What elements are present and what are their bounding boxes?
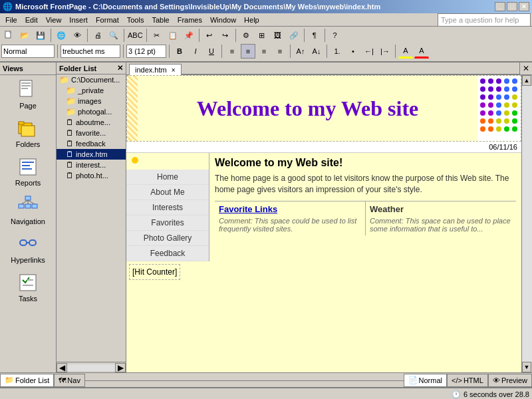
maximize-button[interactable]: □ [507, 2, 517, 11]
view-folders[interactable]: Folders [0, 114, 56, 152]
menu-tools[interactable]: Tools [123, 15, 148, 25]
insert-table-button[interactable]: ⊞ [255, 28, 269, 43]
folder-private[interactable]: 📁 _private [57, 85, 126, 96]
paste-button[interactable]: 📌 [182, 28, 196, 43]
undo-button[interactable]: ↩ [202, 28, 217, 43]
decrease-font-button[interactable]: A↓ [309, 44, 324, 59]
preview-button[interactable]: 👁 [70, 28, 84, 43]
scroll-right-btn[interactable]: ▶ [115, 363, 126, 372]
view-hyperlinks[interactable]: Hyperlinks [0, 229, 56, 268]
editor-close-button[interactable]: ✕ [519, 63, 532, 74]
close-button[interactable]: ✕ [519, 2, 529, 11]
numbered-list-button[interactable]: 1. [330, 44, 344, 59]
scroll-up-btn[interactable]: ▲ [522, 75, 531, 86]
bottom-tab-normal[interactable]: 📄 Normal [404, 374, 447, 387]
menu-format[interactable]: Format [92, 15, 123, 25]
decrease-indent-button[interactable]: ←| [362, 44, 376, 59]
window-controls[interactable]: _ □ ✕ [495, 2, 529, 11]
align-justify-button[interactable]: ≡ [273, 44, 287, 59]
tab-indexhtm[interactable]: index.htm × [129, 64, 182, 75]
svg-rect-14 [25, 204, 31, 208]
bottom-tab-nav[interactable]: 🗺 Nav [54, 374, 85, 387]
file-favorite[interactable]: 🗒 favorite... [57, 128, 126, 138]
normal-tab-label: Normal [419, 376, 442, 384]
insert-image-button[interactable]: 🖼 [271, 28, 285, 43]
style-dropdown[interactable] [1, 45, 55, 58]
align-center-button[interactable]: ≡ [241, 44, 255, 59]
folder-list-label: Folder List [59, 65, 96, 72]
tasks-icon [17, 272, 39, 293]
right-content: Welcome to my Web site! The home page is… [209, 153, 521, 261]
editor-vscrollbar[interactable]: ▲ ▼ [521, 75, 532, 372]
view-navigation[interactable]: Navigation [0, 191, 56, 229]
folder-photogal[interactable]: 📁 photogal... [57, 106, 126, 117]
folder-root[interactable]: 📁 C:\Document... [57, 74, 126, 85]
increase-indent-button[interactable]: |→ [378, 44, 392, 59]
fmt-separator-4 [221, 45, 222, 58]
file-interest[interactable]: 🗒 interest... [57, 160, 126, 170]
save-button[interactable]: 💾 [33, 28, 48, 43]
tab-close-button[interactable]: × [172, 66, 176, 74]
new-button[interactable] [1, 28, 16, 43]
folder-close-button[interactable]: ✕ [117, 64, 123, 72]
scroll-down-btn[interactable]: ▼ [522, 362, 531, 372]
nav-home[interactable]: Home [126, 170, 209, 185]
bottom-tab-html[interactable]: </> HTML [447, 374, 488, 387]
bullet-list-button[interactable]: • [346, 44, 360, 59]
folder-hscrollbar[interactable]: ◀ ▶ [57, 362, 126, 372]
scroll-left-btn[interactable]: ◀ [57, 363, 67, 372]
font-color-button[interactable]: A [414, 44, 429, 59]
show-all-button[interactable]: ¶ [307, 28, 322, 43]
align-right-button[interactable]: ≡ [257, 44, 271, 59]
open-button[interactable]: 📂 [17, 28, 32, 43]
folder-images[interactable]: 📁 images [57, 96, 126, 106]
menu-view[interactable]: View [42, 15, 66, 25]
nav-interests[interactable]: Interests [126, 200, 209, 215]
file-feedback[interactable]: 🗒 feedback [57, 138, 126, 149]
italic-button[interactable]: I [188, 44, 203, 59]
hyperlink-button[interactable]: 🔗 [287, 28, 301, 43]
print-button[interactable]: 🖨 [90, 28, 105, 43]
minimize-button[interactable]: _ [495, 2, 505, 11]
underline-button[interactable]: U [204, 44, 219, 59]
align-left-button[interactable]: ≡ [225, 44, 239, 59]
view-tasks[interactable]: Tasks [0, 268, 56, 307]
menu-window[interactable]: Window [206, 15, 240, 25]
print-preview-button[interactable]: 🔍 [106, 28, 121, 43]
nav-feedback[interactable]: Feedback [126, 246, 209, 261]
spell-button[interactable]: ABC [127, 28, 144, 43]
svg-rect-4 [21, 88, 28, 89]
menu-edit[interactable]: Edit [21, 15, 42, 25]
menu-file[interactable]: File [1, 15, 21, 25]
publish-button[interactable]: 🌐 [54, 28, 68, 43]
toolbar-separator-1 [51, 29, 51, 42]
bottom-tab-preview[interactable]: 👁 Preview [488, 374, 532, 387]
file-aboutme[interactable]: 🗒 aboutme... [57, 117, 126, 128]
nav-about[interactable]: About Me [126, 185, 209, 200]
redo-button[interactable]: ↪ [218, 28, 233, 43]
views-header: Views [0, 63, 56, 75]
menu-insert[interactable]: Insert [65, 15, 92, 25]
file-photo[interactable]: 🗒 photo.ht... [57, 170, 126, 181]
menu-table[interactable]: Table [148, 15, 173, 25]
nav-photogallery[interactable]: Photo Gallery [126, 231, 209, 246]
file-indexhtm[interactable]: 🗒 index.htm [57, 149, 126, 160]
size-dropdown[interactable] [126, 45, 166, 58]
help-input[interactable]: Type a question for help [438, 13, 531, 27]
bold-button[interactable]: B [172, 44, 187, 59]
bottom-tab-folder-list[interactable]: 📁 Folder List [0, 374, 54, 387]
menu-help[interactable]: Help [240, 15, 263, 25]
toolbar-separator-2 [87, 29, 88, 42]
highlight-button[interactable]: A [398, 44, 413, 59]
insert-component-button[interactable]: ⚙ [239, 28, 253, 43]
cut-button[interactable]: ✂ [150, 28, 164, 43]
help-btn[interactable]: ? [328, 28, 342, 43]
increase-font-button[interactable]: A↑ [293, 44, 308, 59]
view-page[interactable]: Page [0, 75, 56, 114]
nav-favorites[interactable]: Favorites [126, 215, 209, 231]
font-dropdown[interactable] [61, 45, 120, 58]
svg-rect-20 [29, 240, 36, 245]
view-reports[interactable]: Reports [0, 152, 56, 191]
menu-frames[interactable]: Frames [174, 15, 206, 25]
copy-button[interactable]: 📋 [166, 28, 180, 43]
